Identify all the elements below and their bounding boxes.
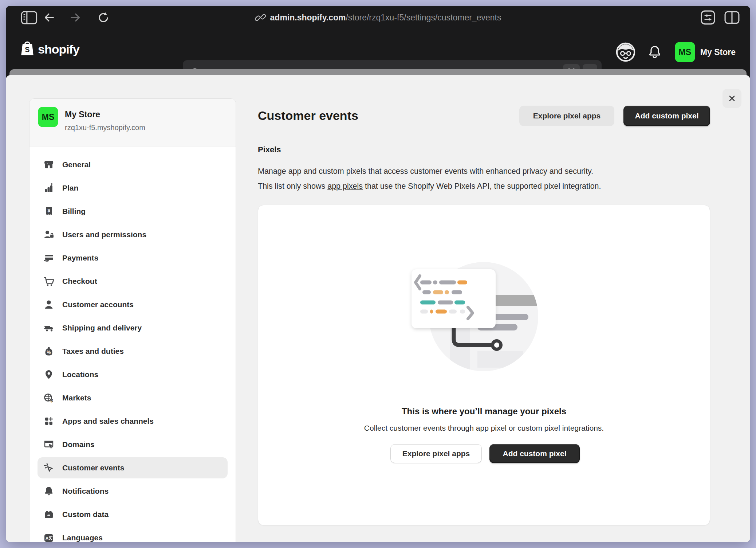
sidebar-item-label: Billing bbox=[62, 207, 86, 216]
pixels-description: Manage app and custom pixels that access… bbox=[258, 164, 720, 194]
browser-settings-icon[interactable] bbox=[699, 6, 717, 29]
settings-sidebar: MS My Store rzq1xu-f5.myshopify.com Gene… bbox=[29, 98, 236, 542]
languages-icon: A bbox=[43, 532, 55, 542]
store-avatar[interactable]: MS bbox=[675, 42, 695, 62]
screen: { "browser": { "url_host": "admin.shopif… bbox=[0, 0, 756, 548]
empty-state-title: This is where you’ll manage your pixels bbox=[258, 406, 710, 416]
store-card: MS My Store rzq1xu-f5.myshopify.com bbox=[29, 99, 236, 146]
close-icon bbox=[727, 93, 737, 104]
sidebar-item-payments[interactable]: Payments bbox=[38, 247, 228, 269]
apps-icon bbox=[43, 415, 55, 427]
checkout-icon bbox=[43, 275, 55, 287]
shopify-logo[interactable]: S shopify bbox=[20, 29, 79, 69]
store-icon bbox=[43, 158, 55, 171]
markets-icon: $ bbox=[43, 392, 55, 404]
sidebar-item-apps-and-sales-channels[interactable]: Apps and sales channels bbox=[38, 411, 228, 432]
app-pixels-link[interactable]: app pixels bbox=[327, 182, 363, 191]
notifications-bell-icon[interactable] bbox=[647, 44, 662, 60]
sidebar-item-custom-data[interactable]: Custom data bbox=[38, 504, 228, 525]
description-line1: Manage app and custom pixels that access… bbox=[258, 164, 720, 179]
store-menu-label[interactable]: My Store bbox=[700, 47, 736, 57]
sidebar-item-label: Customer accounts bbox=[62, 300, 134, 309]
url-text: admin.shopify.com/store/rzq1xu-f5/settin… bbox=[270, 13, 501, 23]
svg-text:$: $ bbox=[50, 398, 53, 403]
customer-accounts-icon bbox=[43, 298, 55, 311]
sidebar-item-locations[interactable]: Locations bbox=[38, 364, 228, 385]
url-host: admin.shopify.com bbox=[270, 13, 346, 22]
taxes-icon: % bbox=[43, 345, 55, 357]
pixels-empty-illustration bbox=[397, 256, 579, 380]
sidebar-item-shipping-and-delivery[interactable]: Shipping and delivery bbox=[38, 317, 228, 338]
sidebar-item-label: Domains bbox=[62, 440, 95, 449]
sidebar-item-markets[interactable]: $Markets bbox=[38, 387, 228, 408]
split-view-icon[interactable] bbox=[723, 6, 741, 29]
notifications-icon bbox=[43, 485, 55, 497]
sidebar-item-users-and-permissions[interactable]: Users and permissions bbox=[38, 224, 228, 245]
store-card-avatar: MS bbox=[38, 107, 58, 127]
close-button[interactable] bbox=[722, 89, 741, 108]
sidebar-item-label: Shipping and delivery bbox=[62, 324, 142, 332]
address-bar[interactable]: admin.shopify.com/store/rzq1xu-f5/settin… bbox=[6, 6, 750, 29]
sidebar-item-label: General bbox=[62, 160, 91, 169]
locations-icon bbox=[43, 368, 55, 381]
svg-text:%: % bbox=[47, 350, 51, 355]
svg-text:S: S bbox=[25, 46, 29, 54]
users-icon bbox=[43, 228, 55, 241]
sidebar-item-label: Markets bbox=[62, 394, 91, 402]
billing-icon: $ bbox=[43, 205, 55, 218]
sidebar-item-customer-events[interactable]: Customer events bbox=[38, 457, 228, 478]
url-path: /store/rzq1xu-f5/settings/customer_event… bbox=[346, 13, 501, 22]
sidebar-item-label: Languages bbox=[62, 533, 103, 542]
sidebar-item-label: Custom data bbox=[62, 510, 109, 519]
settings-modal: MS My Store rzq1xu-f5.myshopify.com Gene… bbox=[6, 75, 750, 542]
browser-chrome: admin.shopify.com/store/rzq1xu-f5/settin… bbox=[6, 6, 750, 29]
empty-state-subtitle: Collect customer events through app pixe… bbox=[258, 424, 710, 432]
custom-data-icon bbox=[43, 508, 55, 521]
sidebar-item-general[interactable]: General bbox=[38, 154, 228, 175]
sidebar-item-label: Apps and sales channels bbox=[62, 417, 154, 426]
sidebar-item-domains[interactable]: Domains bbox=[38, 434, 228, 455]
sidebar-item-label: Payments bbox=[62, 254, 98, 262]
explore-pixel-apps-button[interactable]: Explore pixel apps bbox=[519, 106, 614, 126]
sidebar-item-label: Checkout bbox=[62, 277, 97, 286]
sidebar-item-label: Customer events bbox=[62, 463, 124, 472]
empty-add-custom-pixel-button[interactable]: Add custom pixel bbox=[489, 444, 580, 463]
sidebar-item-label: Notifications bbox=[62, 487, 109, 496]
sidebar-item-label: Users and permissions bbox=[62, 230, 146, 239]
header-actions: MS My Store bbox=[615, 29, 750, 75]
shopify-bag-icon: S bbox=[20, 40, 35, 58]
link-icon bbox=[255, 12, 266, 23]
sidebar-item-label: Plan bbox=[62, 184, 78, 192]
sidebar-item-languages[interactable]: ALanguages bbox=[38, 527, 228, 542]
add-custom-pixel-button[interactable]: Add custom pixel bbox=[623, 106, 710, 126]
shopify-wordmark: shopify bbox=[38, 42, 79, 56]
sidebar-item-customer-accounts[interactable]: Customer accounts bbox=[38, 294, 228, 315]
sidebar-item-plan[interactable]: Plan bbox=[38, 177, 228, 199]
sidebar-item-billing[interactable]: $Billing bbox=[38, 201, 228, 222]
svg-text:A: A bbox=[46, 536, 49, 541]
shopify-header: S shopify Search K MS My Store bbox=[6, 29, 750, 75]
plan-icon bbox=[43, 182, 55, 194]
settings-nav: GeneralPlan$BillingUsers and permissions… bbox=[38, 154, 228, 542]
store-name: My Store bbox=[65, 110, 100, 120]
svg-text:$: $ bbox=[47, 208, 50, 213]
shipping-icon bbox=[43, 322, 55, 334]
sidebar-item-label: Locations bbox=[62, 370, 98, 379]
pixels-empty-card: This is where you’ll manage your pixels … bbox=[258, 205, 710, 525]
domains-icon bbox=[43, 438, 55, 451]
empty-explore-pixel-apps-button[interactable]: Explore pixel apps bbox=[390, 444, 482, 463]
browser-window: admin.shopify.com/store/rzq1xu-f5/settin… bbox=[6, 6, 750, 542]
sidebar-item-label: Taxes and duties bbox=[62, 347, 124, 356]
customer-events-icon bbox=[43, 462, 55, 474]
sidebar-item-taxes-and-duties[interactable]: %Taxes and duties bbox=[38, 341, 228, 362]
pixels-section-heading: Pixels bbox=[258, 145, 281, 154]
sidebar-item-notifications[interactable]: Notifications bbox=[38, 481, 228, 502]
sidebar-item-checkout[interactable]: Checkout bbox=[38, 271, 228, 292]
description-line2: This list only shows app pixels that use… bbox=[258, 179, 720, 194]
store-domain: rzq1xu-f5.myshopify.com bbox=[65, 124, 145, 132]
sidekick-assistant-icon[interactable] bbox=[615, 42, 636, 63]
payments-icon bbox=[43, 252, 55, 264]
page-title: Customer events bbox=[258, 109, 358, 123]
